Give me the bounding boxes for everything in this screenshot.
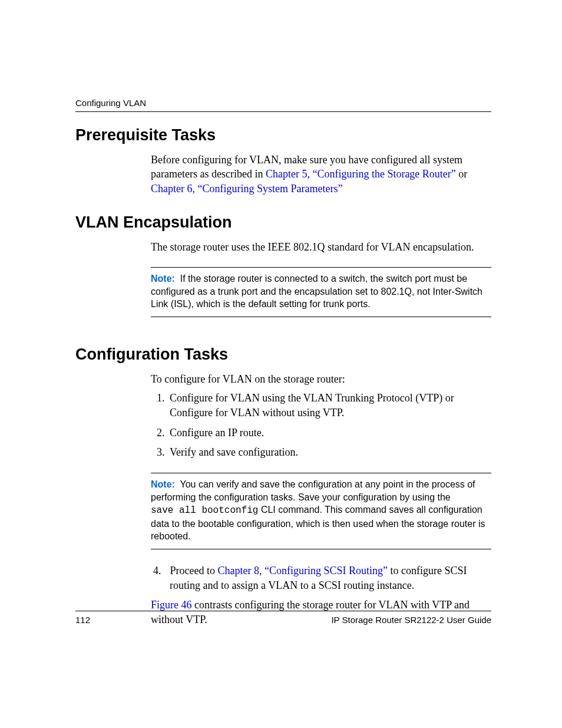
note-body-1: If the storage router is connected to a … <box>151 274 482 309</box>
prereq-paragraph: Before configuring for VLAN, make sure y… <box>151 153 491 196</box>
cli-command: save all bootconfig <box>151 505 258 516</box>
link-chapter-6[interactable]: Chapter 6, “Configuring System Parameter… <box>151 183 342 195</box>
link-figure-46[interactable]: Figure 46 <box>151 599 192 611</box>
note-body-2-before: You can verify and save the configuratio… <box>151 479 475 502</box>
config-step-3: Verify and save configuration. <box>167 445 491 460</box>
link-chapter-5[interactable]: Chapter 5, “Configuring the Storage Rout… <box>266 168 456 180</box>
heading-prerequisite-tasks: Prerequisite Tasks <box>75 126 491 144</box>
note-vlan-encap: Note: If the storage router is connected… <box>151 272 491 311</box>
note-rule-top-2 <box>151 473 491 473</box>
heading-vlan-encapsulation: VLAN Encapsulation <box>75 213 491 232</box>
config-step-4: Proceed to Chapter 8, “Configuring SCSI … <box>167 564 491 593</box>
config-intro: To configure for VLAN on the storage rou… <box>151 372 491 386</box>
note-rule-bottom-1 <box>151 317 491 317</box>
link-chapter-8[interactable]: Chapter 8, “Configuring SCSI Routing” <box>217 565 387 577</box>
vlan-encap-paragraph: The storage router uses the IEEE 802.1Q … <box>151 240 491 254</box>
page-number: 112 <box>75 615 90 625</box>
heading-configuration-tasks: Configuration Tasks <box>75 345 491 364</box>
footer-rule <box>75 611 491 611</box>
step4-before: Proceed to <box>170 565 218 577</box>
config-steps-list: Configure for VLAN using the VLAN Trunki… <box>151 391 491 460</box>
note-label-2: Note: <box>151 479 175 489</box>
doc-title: IP Storage Router SR2122-2 User Guide <box>331 615 491 625</box>
note-rule-bottom-2 <box>151 549 491 549</box>
running-header: Configuring VLAN <box>75 98 146 108</box>
note-config-tasks: Note: You can verify and save the config… <box>151 478 491 543</box>
config-steps-list-continued: Proceed to Chapter 8, “Configuring SCSI … <box>151 564 491 593</box>
note-rule-top-1 <box>151 267 491 268</box>
header-rule <box>75 111 491 112</box>
prereq-text-mid: or <box>456 168 468 180</box>
note-label-1: Note: <box>151 274 175 284</box>
config-step-2: Configure an IP route. <box>167 426 491 440</box>
config-step-1: Configure for VLAN using the VLAN Trunki… <box>167 391 491 420</box>
